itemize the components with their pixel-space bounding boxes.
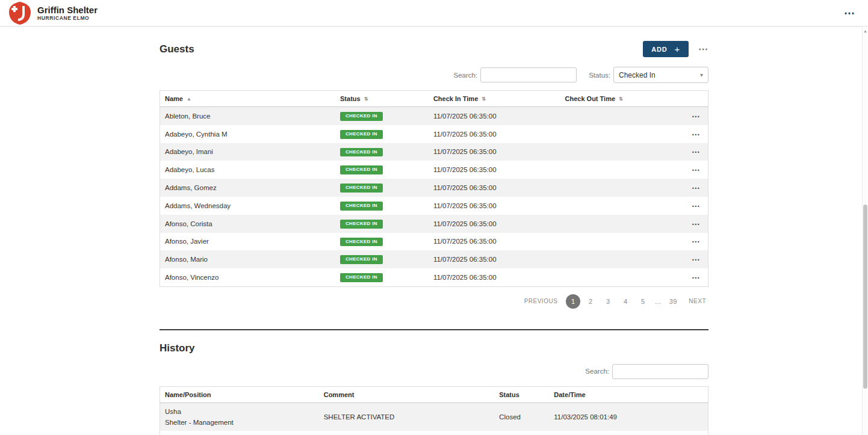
guest-check-out-time [560, 197, 670, 215]
vertical-scrollbar[interactable]: ▲ [862, 26, 868, 435]
guest-table-row: Afonso, Javier CHECKED IN 11/07/2025 06:… [160, 233, 708, 251]
history-col-comment[interactable]: Comment [319, 386, 495, 403]
guest-status-badge: CHECKED IN [340, 202, 383, 211]
guests-search-label: Search: [454, 72, 478, 79]
guest-status-badge: CHECKED IN [340, 112, 383, 121]
guest-check-in-time: 11/07/2025 06:35:00 [429, 197, 560, 215]
status-select-value: Checked In [619, 71, 656, 79]
guests-col-actions [670, 91, 708, 107]
header-menu-button[interactable]: ⋯ [839, 8, 860, 19]
sort-both-icon: ⇅ [482, 96, 486, 102]
guest-row-menu-button[interactable]: ⋯ [689, 147, 703, 156]
guests-col-check-out[interactable]: Check Out Time ⇅ [560, 91, 670, 107]
chevron-down-icon: ▾ [700, 72, 703, 78]
guest-row-menu-button[interactable]: ⋯ [689, 273, 703, 282]
guest-check-in-time: 11/07/2025 06:35:00 [429, 107, 560, 125]
guests-search-input[interactable] [480, 67, 577, 82]
pagination-next-button[interactable]: NEXT [686, 298, 708, 304]
guests-menu-button[interactable]: ⋯ [698, 45, 708, 54]
pagination-page[interactable]: 39 [666, 294, 680, 309]
pagination-page[interactable]: 5 [636, 294, 650, 309]
sort-both-icon: ⇅ [619, 96, 623, 102]
add-guest-button[interactable]: ADD + [643, 41, 689, 57]
guests-table-header-row: Name ▲ Status ⇅ Check In Time ⇅ Check Ou… [160, 91, 708, 107]
app-subtitle: HURRICANE ELMO [37, 15, 98, 21]
scrollbar-thumb[interactable] [863, 205, 867, 389]
guests-col-check-in[interactable]: Check In Time ⇅ [429, 91, 560, 107]
sort-both-icon: ⇅ [364, 96, 368, 102]
guest-name: Adabeyo, Cynthia M [160, 125, 336, 143]
history-table-row: Usha Shelter - Management SHELTER ACTIVA… [160, 403, 708, 431]
history-col-status[interactable]: Status [494, 386, 549, 403]
guest-table-row: Adabeyo, Cynthia M CHECKED IN 11/07/2025… [160, 125, 708, 143]
guest-name: Addams, Gomez [160, 179, 336, 197]
app-logo-icon [8, 1, 31, 25]
history-section: History Search: Name/Position Comment St… [160, 342, 708, 435]
guest-row-menu-button[interactable]: ⋯ [689, 111, 703, 121]
guest-table-row: Ableton, Bruce CHECKED IN 11/07/2025 06:… [160, 107, 708, 125]
main-content: Guests ADD + ⋯ Search: Status: Checked I… [160, 26, 708, 435]
guests-col-check-out-label: Check Out Time [565, 95, 616, 102]
guest-check-out-time [560, 143, 670, 161]
add-guest-label: ADD [651, 46, 667, 53]
guest-status-badge: CHECKED IN [340, 220, 383, 229]
pagination-ellipsis: … [653, 294, 663, 309]
history-status: Closed [494, 431, 549, 435]
history-table: Name/Position Comment Status Date/Time U… [160, 386, 708, 435]
guest-row-menu-button[interactable]: ⋯ [689, 219, 703, 229]
history-table-row: Josh Gonzalez Shelter - Management SHELT… [160, 431, 708, 435]
history-name: Usha [165, 408, 314, 415]
pagination-page[interactable]: 3 [601, 294, 615, 309]
guest-status-badge: CHECKED IN [340, 165, 383, 174]
history-search-input[interactable] [612, 364, 708, 379]
guest-row-menu-button[interactable]: ⋯ [689, 165, 703, 174]
guests-pagination: PREVIOUS 12345…39 NEXT [160, 294, 708, 309]
guest-table-row: Adabeyo, Lucas CHECKED IN 11/07/2025 06:… [160, 161, 708, 179]
guest-table-row: Addams, Wednesday CHECKED IN 11/07/2025 … [160, 197, 708, 215]
pagination-page[interactable]: 4 [618, 294, 633, 309]
guests-col-name[interactable]: Name ▲ [160, 91, 336, 107]
history-comment: SHELTER ACTIVATED [319, 403, 495, 431]
guests-col-name-label: Name [165, 95, 183, 102]
history-status: Closed [494, 403, 549, 431]
guest-row-menu-button[interactable]: ⋯ [689, 236, 703, 246]
history-title: History [160, 342, 708, 354]
guest-check-in-time: 11/07/2025 06:35:00 [429, 143, 560, 161]
guest-name: Afonso, Corista [160, 215, 336, 233]
guests-title: Guests [160, 43, 194, 55]
guest-check-in-time: 11/07/2025 06:35:00 [429, 250, 560, 268]
pagination-previous-button[interactable]: PREVIOUS [522, 298, 560, 304]
guest-check-out-time [560, 161, 670, 179]
guest-table-row: Afonso, Corista CHECKED IN 11/07/2025 06… [160, 215, 708, 233]
history-position: Shelter - Management [165, 419, 314, 426]
guest-check-in-time: 11/07/2025 06:35:00 [429, 215, 560, 233]
guest-row-menu-button[interactable]: ⋯ [689, 201, 703, 211]
guest-check-out-time [560, 268, 670, 286]
guest-row-menu-button[interactable]: ⋯ [689, 129, 703, 139]
guests-col-check-in-label: Check In Time [433, 95, 478, 102]
status-filter-label: Status: [589, 72, 610, 79]
guest-check-out-time [560, 179, 670, 197]
pagination-page[interactable]: 2 [583, 294, 598, 309]
sort-asc-icon: ▲ [187, 96, 191, 102]
guest-status-badge: CHECKED IN [340, 238, 383, 247]
guest-check-out-time [560, 215, 670, 233]
app-title: Griffin Shelter [37, 5, 98, 15]
guest-row-menu-button[interactable]: ⋯ [689, 183, 703, 193]
pagination-page[interactable]: 1 [566, 294, 580, 309]
guest-row-menu-button[interactable]: ⋯ [689, 255, 703, 264]
guest-check-out-time [560, 125, 670, 143]
guest-status-badge: CHECKED IN [340, 255, 383, 264]
status-select[interactable]: Checked In ▾ [613, 67, 708, 83]
history-col-datetime[interactable]: Date/Time [549, 386, 708, 403]
guests-col-status[interactable]: Status ⇅ [335, 91, 429, 107]
scrollbar-up-arrow-icon[interactable]: ▲ [863, 26, 868, 33]
pagination-pages: 12345…39 [566, 294, 680, 309]
guest-status-badge: CHECKED IN [340, 130, 383, 139]
guests-table: Name ▲ Status ⇅ Check In Time ⇅ Check Ou… [160, 90, 708, 287]
history-table-header-row: Name/Position Comment Status Date/Time [160, 386, 708, 403]
history-col-name-position[interactable]: Name/Position [160, 386, 319, 403]
app-titles: Griffin Shelter HURRICANE ELMO [37, 5, 98, 21]
guest-check-in-time: 11/07/2025 06:35:00 [429, 161, 560, 179]
guest-name: Adabeyo, Lucas [160, 161, 336, 179]
